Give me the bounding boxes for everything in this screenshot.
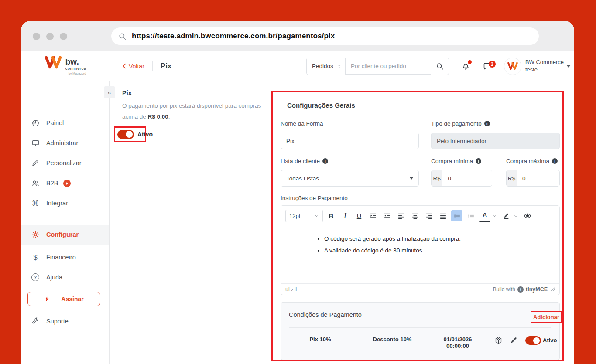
- monitor-icon: [31, 139, 40, 147]
- chevron-down-icon[interactable]: [566, 65, 571, 68]
- back-label: Voltar: [129, 63, 144, 70]
- lista-label: Lista de clientei: [281, 158, 328, 164]
- align-center-button[interactable]: [409, 210, 421, 221]
- account-info[interactable]: BW Commerce teste: [525, 59, 564, 73]
- min-label: Compra mínimai: [431, 158, 481, 164]
- page-title: Pix: [161, 62, 172, 71]
- settings-panel: Configurações Gerais Nome da Forma Tipo …: [271, 91, 564, 361]
- sidebar-item-administrar[interactable]: Administrar: [21, 133, 109, 153]
- assinar-button[interactable]: Assinar: [27, 292, 100, 306]
- brand-logo[interactable]: bw. commerce by Magazord: [21, 55, 109, 75]
- sidebar-item-suporte[interactable]: Suporte: [21, 311, 109, 331]
- window-control-dot[interactable]: [60, 33, 67, 40]
- window-control-dot[interactable]: [46, 33, 54, 40]
- browser-window: https://teste.admin.bwcommerce.com.br/pa…: [21, 21, 574, 364]
- info-icon[interactable]: i: [476, 158, 481, 164]
- nome-label: Nome da Forma: [281, 120, 323, 127]
- nome-field[interactable]: [281, 133, 419, 149]
- bolt-badge-icon: [63, 180, 71, 187]
- info-icon[interactable]: i: [484, 121, 490, 126]
- question-icon: ?: [31, 273, 40, 281]
- tipo-field: [431, 133, 560, 149]
- italic-button[interactable]: I: [339, 210, 351, 221]
- sidebar-item-painel[interactable]: Painel: [21, 113, 109, 133]
- package-icon[interactable]: [494, 336, 503, 344]
- messages-button[interactable]: 2: [483, 61, 492, 71]
- indent-button[interactable]: [381, 210, 393, 221]
- tinymce-logo-icon: t: [517, 286, 524, 293]
- info-icon[interactable]: i: [322, 158, 328, 164]
- edit-pencil-icon[interactable]: [510, 336, 518, 344]
- sidebar-item-label: Integrar: [46, 200, 68, 207]
- brand-w-icon: [507, 61, 518, 71]
- wrench-icon: [31, 317, 40, 325]
- condition-active-toggle[interactable]: [525, 336, 541, 345]
- sidebar-item-personalizar[interactable]: Personalizar: [21, 153, 109, 173]
- currency-prefix: R$: [507, 170, 517, 186]
- assinar-label: Assinar: [61, 296, 83, 303]
- sidebar-item-label: B2B: [46, 180, 58, 187]
- text-color-caret[interactable]: [491, 210, 498, 221]
- pencil-icon: [31, 159, 40, 167]
- justify-button[interactable]: [437, 210, 449, 221]
- chevron-left-icon: [122, 63, 126, 69]
- compra-maxima-group: R$: [506, 170, 560, 187]
- url-text: https://teste.admin.bwcommerce.com.br/pa…: [132, 32, 335, 41]
- bold-button[interactable]: B: [325, 210, 337, 221]
- align-right-button[interactable]: [423, 210, 435, 221]
- pix-active-toggle[interactable]: [117, 130, 134, 139]
- sidebar-item-b2b[interactable]: B2B: [21, 173, 109, 193]
- avatar[interactable]: [504, 58, 521, 75]
- compra-minima-field[interactable]: [442, 170, 492, 186]
- header-divider: [152, 61, 153, 71]
- search-scope-select[interactable]: Pedidos: [306, 58, 346, 75]
- editor-content[interactable]: O código será gerado após a finalização …: [281, 226, 559, 284]
- notifications-button[interactable]: [461, 61, 470, 71]
- font-size-select[interactable]: 12pt: [285, 210, 323, 222]
- info-icon[interactable]: i: [552, 158, 558, 164]
- brand-byline: by Magazord: [69, 72, 86, 75]
- conditions-divider: [289, 327, 551, 328]
- add-condition-button[interactable]: Adicionar: [531, 311, 562, 323]
- section-description: O pagamento por pix estará disponível pa…: [122, 100, 284, 122]
- outdent-button[interactable]: [367, 210, 379, 221]
- sidebar-item-ajuda[interactable]: ? Ajuda: [21, 267, 109, 287]
- editor-statusbar: ul › li Build with t tinyMCE: [281, 283, 559, 295]
- condition-status-label: Ativo: [543, 337, 563, 344]
- sidebar-item-label: Ajuda: [46, 274, 62, 281]
- sidebar-collapse-button[interactable]: «: [104, 86, 115, 98]
- compra-maxima-field[interactable]: [517, 170, 559, 186]
- sidebar-item-integrar[interactable]: ⌘ Integrar: [21, 193, 109, 213]
- align-left-button[interactable]: [395, 210, 407, 221]
- resize-grip-icon[interactable]: [551, 287, 555, 292]
- account-company: BW Commerce: [525, 59, 564, 66]
- text-color-button[interactable]: A: [479, 209, 490, 222]
- up-down-icon: [337, 63, 342, 69]
- tipo-label: Tipo de pagamentoi: [431, 120, 490, 127]
- condition-discount: Desconto 10%: [366, 336, 418, 343]
- sidebar-item-configurar[interactable]: Configurar: [21, 225, 109, 245]
- toggle-label: Ativo: [137, 131, 153, 138]
- max-label: Compra máximai: [506, 158, 558, 164]
- window-control-dot[interactable]: [33, 33, 40, 40]
- numbered-list-button[interactable]: [465, 210, 476, 221]
- account-user: teste: [525, 66, 564, 73]
- panel-title: Configurações Gerais: [287, 102, 355, 109]
- sidebar-item-label: Painel: [46, 119, 64, 126]
- lista-select[interactable]: Todas Listas: [281, 170, 419, 187]
- dollar-icon: $: [31, 254, 40, 261]
- people-icon: [31, 179, 40, 187]
- messages-badge: 2: [489, 61, 496, 68]
- highlight-color-caret[interactable]: [513, 210, 519, 221]
- sidebar-item-financeiro[interactable]: $ Financeiro: [21, 247, 109, 267]
- underline-button[interactable]: U: [353, 210, 365, 221]
- highlight-color-button[interactable]: [500, 210, 512, 221]
- back-button[interactable]: Voltar: [122, 63, 144, 70]
- payment-conditions-card: Condições de Pagamento Adicionar Pix 10%…: [281, 302, 560, 360]
- condition-date: 01/01/2026 00:00:00: [432, 336, 484, 349]
- bullet-list-button[interactable]: [451, 210, 462, 221]
- preview-eye-button[interactable]: [522, 210, 533, 221]
- address-bar[interactable]: https://teste.admin.bwcommerce.com.br/pa…: [111, 27, 539, 45]
- search-button[interactable]: [431, 58, 449, 75]
- search-input[interactable]: [346, 58, 431, 75]
